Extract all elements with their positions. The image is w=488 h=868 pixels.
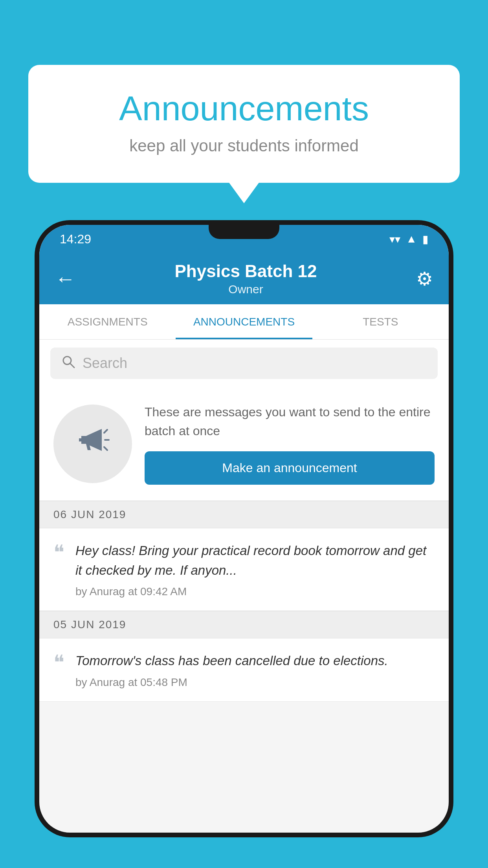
announcement-content-1: Hey class! Bring your practical record b… bbox=[75, 541, 435, 598]
app-bar: ← Physics Batch 12 Owner ⚙ bbox=[39, 253, 449, 304]
phone-notch bbox=[209, 220, 279, 239]
announcement-item-1: ❝ Hey class! Bring your practical record… bbox=[39, 528, 449, 611]
tabs-bar: ASSIGNMENTS ANNOUNCEMENTS TESTS bbox=[39, 304, 449, 340]
announcement-text-2: Tomorrow's class has been cancelled due … bbox=[75, 651, 435, 671]
tab-announcements[interactable]: ANNOUNCEMENTS bbox=[176, 304, 312, 339]
app-bar-subtitle: Owner bbox=[75, 283, 416, 296]
megaphone-circle bbox=[53, 405, 132, 483]
bubble-subtitle: keep all your students informed bbox=[60, 136, 428, 155]
date-separator-1: 06 JUN 2019 bbox=[39, 501, 449, 528]
announcement-item-2: ❝ Tomorrow's class has been cancelled du… bbox=[39, 638, 449, 702]
bubble-title: Announcements bbox=[60, 88, 428, 129]
quote-icon-1: ❝ bbox=[53, 542, 64, 598]
tab-assignments[interactable]: ASSIGNMENTS bbox=[39, 304, 176, 339]
status-icons: ▾▾ ▲ ▮ bbox=[389, 233, 428, 246]
megaphone-icon bbox=[74, 421, 112, 467]
tab-tests[interactable]: TESTS bbox=[312, 304, 449, 339]
search-container: Search bbox=[39, 340, 449, 387]
status-time: 14:29 bbox=[60, 232, 91, 246]
wifi-icon: ▾▾ bbox=[389, 233, 400, 246]
svg-line-1 bbox=[70, 364, 74, 368]
announcement-description: These are messages you want to send to t… bbox=[145, 403, 435, 440]
svg-line-4 bbox=[104, 447, 107, 450]
announcement-text-1: Hey class! Bring your practical record b… bbox=[75, 541, 435, 580]
back-button[interactable]: ← bbox=[55, 267, 75, 291]
settings-icon[interactable]: ⚙ bbox=[416, 268, 433, 290]
phone-outer: 14:29 ▾▾ ▲ ▮ ← Physics Batch 12 Owner ⚙ bbox=[35, 220, 453, 837]
app-bar-title: Physics Batch 12 bbox=[75, 261, 416, 281]
quote-icon-2: ❝ bbox=[53, 653, 64, 689]
make-announcement-button[interactable]: Make an announcement bbox=[145, 451, 435, 485]
announcement-prompt: These are messages you want to send to t… bbox=[39, 387, 449, 501]
date-separator-2: 05 JUN 2019 bbox=[39, 611, 449, 638]
search-bar[interactable]: Search bbox=[50, 348, 438, 379]
phone-mockup: 14:29 ▾▾ ▲ ▮ ← Physics Batch 12 Owner ⚙ bbox=[35, 220, 453, 868]
battery-icon: ▮ bbox=[422, 233, 428, 246]
speech-bubble-container: Announcements keep all your students inf… bbox=[28, 65, 460, 183]
announcement-content-2: Tomorrow's class has been cancelled due … bbox=[75, 651, 435, 689]
announcement-prompt-right: These are messages you want to send to t… bbox=[145, 403, 435, 485]
signal-icon: ▲ bbox=[406, 233, 417, 245]
app-bar-title-container: Physics Batch 12 Owner bbox=[75, 261, 416, 296]
announcement-meta-2: by Anurag at 05:48 PM bbox=[75, 676, 435, 689]
phone-screen: 14:29 ▾▾ ▲ ▮ ← Physics Batch 12 Owner ⚙ bbox=[39, 225, 449, 833]
speech-bubble: Announcements keep all your students inf… bbox=[28, 65, 460, 183]
search-placeholder: Search bbox=[83, 355, 127, 371]
search-icon bbox=[61, 355, 75, 372]
svg-line-2 bbox=[104, 430, 107, 433]
announcement-meta-1: by Anurag at 09:42 AM bbox=[75, 585, 435, 598]
